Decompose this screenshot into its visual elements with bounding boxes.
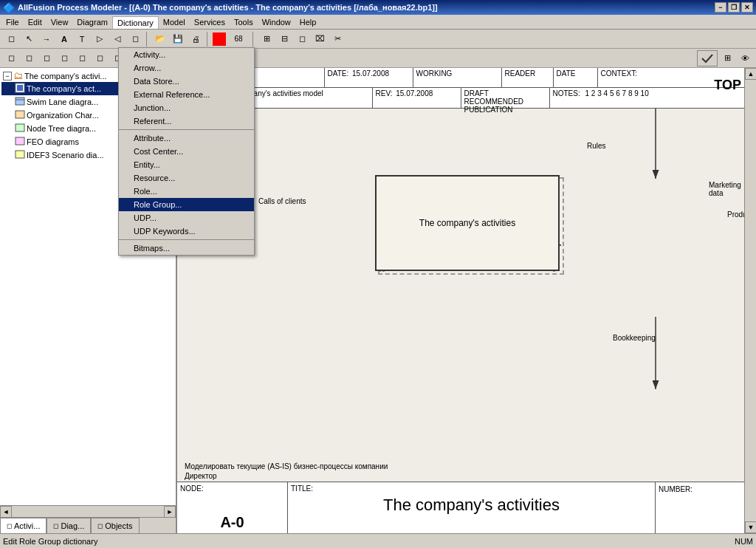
menu-help[interactable]: Help (295, 16, 321, 28)
tool6[interactable]: ▷ (92, 31, 108, 47)
statusbar: Edit Role Group dictionary NUM (0, 533, 756, 548)
title-value: The company's activities (383, 496, 560, 515)
svg-rect-5 (16, 124, 24, 131)
tree-item-3-label: Node Tree diagra... (27, 124, 96, 133)
close-button[interactable]: ✕ (741, 2, 753, 13)
tb2-eye[interactable]: 👁 (737, 50, 753, 66)
context-label: CONTEXT: (601, 69, 742, 78)
tab-activities[interactable]: ◻ Activi... (0, 518, 47, 533)
menu-arrow[interactable]: Arrow... (119, 61, 254, 75)
node-label: NODE: (180, 484, 284, 493)
tool5[interactable]: T (74, 31, 90, 47)
menu-activity[interactable]: Activity... (119, 48, 254, 61)
menu-udpkeywords[interactable]: UDP Keywords... (119, 225, 254, 238)
hscroll-right-btn[interactable]: ► (164, 506, 176, 518)
menu-bitmaps[interactable]: Bitmaps... (119, 242, 254, 255)
tree-item-4-icon (15, 136, 25, 148)
tb2-btn6[interactable]: ◻ (92, 50, 108, 66)
tb2-btn4[interactable]: ◻ (56, 50, 72, 66)
publication-status: PUBLICATION (464, 106, 546, 114)
date2-label: DATE (557, 69, 576, 78)
title-label: TITLE: (291, 484, 313, 493)
draft-status: DRAFT (464, 89, 546, 97)
diagram-header: AUTHOR: Ivanov DATE: 15.07.2008 WORKING … (177, 68, 744, 109)
dictionary-dropdown: Activity... Arrow... Data Store... Exter… (118, 47, 255, 256)
tree-item-0-icon (15, 83, 25, 95)
menu-junction[interactable]: Junction... (119, 101, 254, 114)
num-mode: NUM (735, 537, 753, 546)
toolbar1: ◻ ↖ → A T ▷ ◁ ◻ 📂 💾 🖨 68 ⊞ ⊟ ◻ ⌧ ✂ (0, 30, 756, 49)
menu-entity[interactable]: Entity... (119, 158, 254, 171)
open-button[interactable]: 📂 (152, 31, 168, 47)
tab-objects[interactable]: ◻ Objects (91, 518, 139, 533)
menu-costcenter[interactable]: Cost Center... (119, 145, 254, 158)
menu-extref[interactable]: External Reference... (119, 88, 254, 101)
tree-item-5-label: IDEF3 Scenario dia... (27, 151, 104, 160)
tb2-btn1[interactable]: ◻ (3, 50, 19, 66)
print-button[interactable]: 🖨 (188, 31, 204, 47)
tool13[interactable]: ⌧ (312, 31, 328, 47)
date-value: 15.07.2008 (352, 69, 389, 78)
tab-diagrams-icon: ◻ (53, 522, 58, 530)
menu-window[interactable]: Window (258, 16, 295, 28)
title-cell: TITLE: The company's activities (288, 482, 656, 533)
menu-rolegroup[interactable]: Role Group... (119, 198, 254, 211)
menu-attribute[interactable]: Attribute... (119, 131, 254, 145)
number-label: NUMBER: (659, 485, 693, 493)
activity-box[interactable]: The company's activities (375, 175, 560, 271)
arrow-button[interactable]: → (38, 31, 55, 47)
tb2-check1[interactable] (697, 50, 718, 66)
color-button[interactable] (213, 32, 226, 46)
menu-dictionary[interactable]: Dictionary (112, 16, 159, 29)
tool10[interactable]: ⊞ (258, 31, 275, 47)
notes-label: NOTES: (553, 89, 580, 97)
text-button[interactable]: A (56, 31, 72, 47)
vscroll-up-btn[interactable]: ▲ (745, 68, 756, 80)
menu-referent[interactable]: Referent... (119, 114, 254, 128)
tab-diagrams-label: Diag... (61, 521, 84, 530)
tree-root-icon: 🗂 (13, 70, 23, 81)
toolbar2: ◻ ◻ ◻ ◻ ◻ ◻ ◻ ◻ ⊞ 👁 (0, 49, 756, 68)
tb2-btn3[interactable]: ◻ (38, 50, 55, 66)
tool12[interactable]: ◻ (294, 31, 310, 47)
tree-hscroll: ◄ ► (0, 505, 176, 517)
tab-diagrams[interactable]: ◻ Diag... (47, 518, 91, 533)
menu-datastore[interactable]: Data Store... (119, 75, 254, 88)
context-cell: CONTEXT: TOP (598, 68, 745, 87)
notes-bottom2: Директор (185, 472, 217, 480)
expand-root[interactable]: − (3, 72, 12, 81)
recommended-status: RECOMMENDED (464, 97, 546, 106)
menu-file[interactable]: File (1, 16, 24, 28)
tree-item-2-icon (15, 109, 25, 121)
tool7[interactable]: ◁ (109, 31, 126, 47)
save-button[interactable]: 💾 (170, 31, 186, 47)
menu-model[interactable]: Model (159, 16, 190, 28)
menu-edit[interactable]: Edit (24, 16, 47, 28)
zoom-input[interactable]: 68 (227, 31, 250, 47)
minimize-button[interactable]: − (715, 2, 726, 13)
bookkeeping-label: Bookkeeping (613, 334, 656, 342)
new-button[interactable]: ◻ (3, 31, 19, 47)
tool14[interactable]: ✂ (329, 31, 346, 47)
app-icon: 🔷 (3, 2, 15, 13)
menu-role[interactable]: Role... (119, 185, 254, 198)
menu-services[interactable]: Services (190, 16, 230, 28)
title-text: AllFusion Process Modeler - [(A-0) The c… (18, 3, 438, 12)
menu-view[interactable]: View (47, 16, 73, 28)
tb2-btn2[interactable]: ◻ (21, 50, 37, 66)
menu-udp[interactable]: UDP... (119, 211, 254, 225)
diagram-vscroll[interactable]: ▲ ▼ (744, 68, 756, 533)
date-cell: DATE: 15.07.2008 (325, 68, 413, 87)
tool11[interactable]: ⊟ (276, 31, 292, 47)
menu-diagram[interactable]: Diagram (72, 16, 112, 28)
menu-resource[interactable]: Resource... (119, 171, 254, 185)
menu-tools[interactable]: Tools (230, 16, 258, 28)
activity-label: The company's activities (419, 218, 515, 228)
tb2-btn5[interactable]: ◻ (74, 50, 90, 66)
tb2-grid[interactable]: ⊞ (719, 50, 735, 66)
hscroll-left-btn[interactable]: ◄ (0, 506, 12, 518)
select-button[interactable]: ↖ (21, 31, 37, 47)
tool8[interactable]: ◻ (127, 31, 143, 47)
restore-button[interactable]: ❐ (728, 2, 740, 13)
vscroll-down-btn[interactable]: ▼ (745, 521, 756, 533)
